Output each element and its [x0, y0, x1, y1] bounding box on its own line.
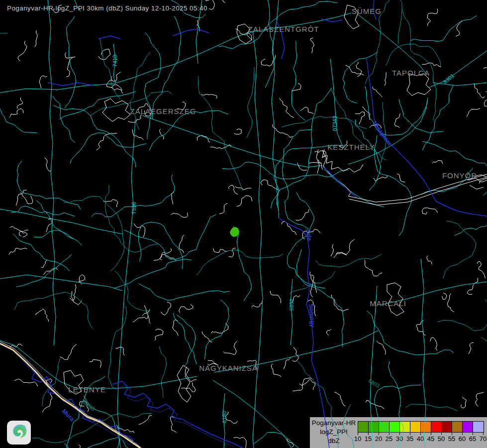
legend-tick-label: 55	[448, 435, 455, 443]
radar-screen: Poganyvar-HR logZ_PPI dbZ 10152025303540…	[0, 0, 487, 448]
town-label: LETENYE	[68, 385, 105, 394]
road-number-label: 7536	[131, 202, 137, 214]
legend-tick-label: 30	[396, 435, 403, 443]
legend-swatch	[421, 422, 431, 432]
road-number-label: 6803	[367, 378, 381, 389]
road-number-label: 07343	[332, 116, 338, 131]
road-number-label: 6190	[221, 411, 227, 423]
legend-tick-label: 15	[365, 435, 372, 443]
water-layer	[27, 0, 487, 448]
radar-echo	[230, 227, 239, 237]
region-label: Mura	[61, 408, 76, 423]
town-label: SÜMEG	[352, 7, 382, 15]
road-number-label: 6831	[289, 299, 294, 311]
legend-swatch	[442, 422, 452, 432]
legend-radar-name: Poganyvar-HR	[310, 419, 358, 428]
region-label: Veszprém	[371, 120, 393, 147]
town-label: NAGYKANIZSA	[199, 364, 258, 372]
road-number-label: 06835	[81, 398, 96, 412]
legend-swatch	[400, 422, 410, 432]
water-dark-layer	[20, 357, 234, 447]
legend-tick-label: 50	[438, 435, 445, 443]
legend-tick-label: 70	[480, 435, 487, 443]
legend-swatch	[410, 422, 421, 432]
legend-tick-label: 40	[417, 435, 424, 443]
outlines-layer	[0, 5, 487, 448]
legend-tick-label: 35	[406, 435, 413, 443]
map-labels: SÜMEGZALASZENTGRÓTTAPOLCAZALAEGERSZEGKES…	[0, 0, 487, 448]
legend-swatch	[463, 422, 473, 432]
legend-tick-label: 45	[427, 435, 434, 443]
legend-swatch	[369, 422, 379, 432]
radar-map	[0, 0, 487, 448]
legend-tick-label: 20	[375, 435, 382, 443]
legend-swatch	[379, 422, 390, 432]
map-texture-layer	[0, 0, 487, 448]
legend-ticklabels: 10152025303540455055606570	[358, 435, 484, 443]
town-label: KESZTHELY	[327, 143, 375, 151]
region-label: Somogy	[307, 304, 316, 328]
legend-colorbar	[358, 421, 484, 433]
road-number-label: 8301	[442, 73, 455, 85]
roads-layer	[0, 0, 487, 448]
legend-tick-label: 10	[354, 435, 361, 443]
legend-colorbar-wrap: 10152025303540455055606570	[358, 421, 484, 447]
radar-title: Poganyvar-HR logZ_PPI 30km (dbZ) Sunday …	[7, 4, 207, 12]
legend-tick-label: 65	[469, 435, 476, 443]
legend-tick-label: 60	[459, 435, 466, 443]
legend-product-name: logZ_PPI	[310, 428, 358, 437]
legend-swatch	[390, 422, 400, 432]
town-label: TAPOLCA	[392, 69, 430, 77]
legend-tick-label: 25	[386, 435, 392, 443]
town-label: ZALAEGERSZEG	[130, 107, 196, 115]
town-label: MARCALI	[370, 299, 406, 308]
road-number-label: 7410	[112, 55, 118, 67]
spiral-icon	[7, 421, 31, 445]
legend: Poganyvar-HR logZ_PPI dbZ 10152025303540…	[309, 417, 487, 448]
legend-swatch	[431, 422, 442, 432]
legend-swatch	[452, 422, 463, 432]
town-label: ZALASZENTGRÓT	[248, 25, 319, 33]
met-logo[interactable]	[7, 421, 31, 445]
legend-unit: dbZ	[310, 437, 358, 446]
legend-swatch	[358, 422, 369, 432]
town-label: FONYÓD	[442, 171, 477, 180]
legend-swatch	[473, 422, 483, 432]
region-label: Zala	[304, 228, 313, 241]
legend-title: Poganyvar-HR logZ_PPI dbZ	[310, 419, 358, 446]
